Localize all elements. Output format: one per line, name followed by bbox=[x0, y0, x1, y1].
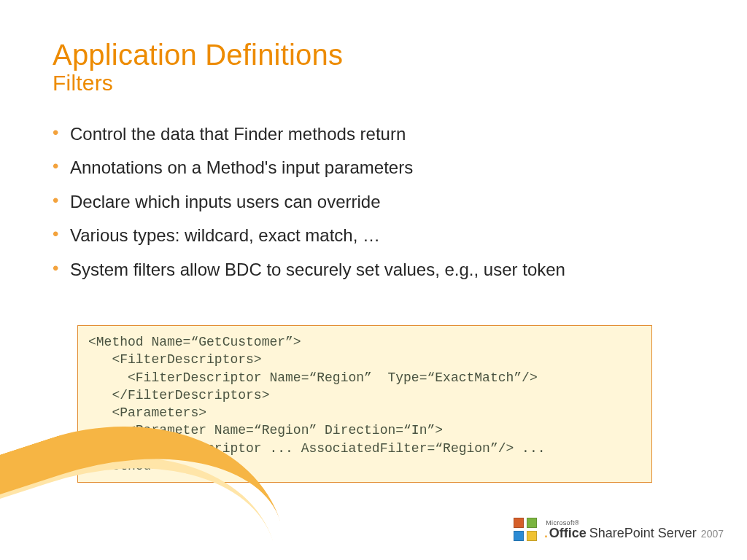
bullet-item: Control the data that Finder methods ret… bbox=[53, 122, 687, 146]
code-line: <Method Name=“GetCustomer”> bbox=[88, 335, 301, 349]
code-line: <FilterDescriptors> bbox=[88, 352, 262, 367]
slide: Application Definitions Filters Control … bbox=[0, 0, 747, 560]
title-block: Application Definitions Filters bbox=[53, 39, 343, 95]
code-sample: <Method Name=“GetCustomer”> <FilterDescr… bbox=[77, 325, 652, 483]
bullet-item: System filters allow BDC to securely set… bbox=[53, 258, 687, 281]
code-line: <Parameter Name=“Region” Direction=“In”> bbox=[88, 423, 443, 438]
logo-product: SharePoint Server bbox=[589, 526, 697, 540]
footer-logo-text: Microsoft® . Office SharePoint Server 20… bbox=[546, 520, 724, 540]
office-logo-icon bbox=[511, 515, 540, 544]
slide-subtitle: Filters bbox=[53, 71, 343, 95]
logo-office: Office bbox=[549, 526, 587, 540]
bullet-item: Annotations on a Method's input paramete… bbox=[53, 156, 687, 179]
code-line: <Parameters> bbox=[88, 405, 206, 420]
footer-logo: Microsoft® . Office SharePoint Server 20… bbox=[511, 515, 724, 544]
code-line: </FilterDescriptors> bbox=[88, 388, 269, 402]
logo-dot: . bbox=[544, 528, 547, 540]
slide-title: Application Definitions bbox=[53, 39, 343, 71]
bullet-list: Control the data that Finder methods ret… bbox=[53, 122, 687, 292]
code-line: <TypeDescriptor ... AssociatedFilter=“Re… bbox=[88, 441, 546, 456]
bullet-item: Declare which inputs users can override bbox=[53, 190, 687, 214]
code-line: <FilterDescriptor Name=“Region” Type=“Ex… bbox=[88, 370, 538, 385]
code-line: </Method> bbox=[88, 459, 159, 473]
bullet-item: Various types: wildcard, exact match, … bbox=[53, 224, 687, 247]
logo-year: 2007 bbox=[701, 529, 724, 539]
